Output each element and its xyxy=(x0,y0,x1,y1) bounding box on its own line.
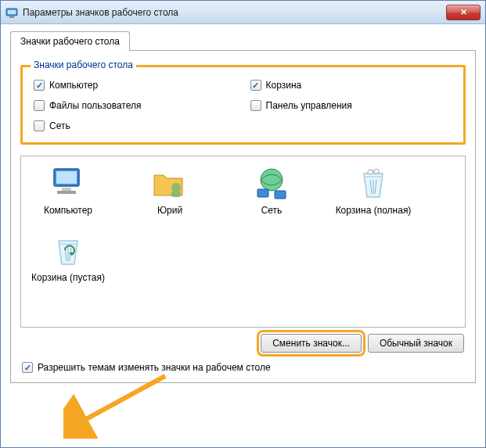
checkbox-icon xyxy=(250,100,261,111)
groupbox-legend: Значки рабочего стола xyxy=(31,59,136,70)
svg-rect-5 xyxy=(62,188,71,191)
checkbox-computer[interactable]: Компьютер xyxy=(34,80,236,91)
computer-icon xyxy=(49,164,87,202)
icon-preview-area: Компьютер Юрий Сеть xyxy=(20,156,466,328)
button-label: Обычный значок xyxy=(380,338,452,349)
icon-item-computer[interactable]: Компьютер xyxy=(29,164,107,216)
icon-item-recyclebin-full[interactable]: Корзина (полная) xyxy=(334,164,412,216)
svg-point-12 xyxy=(368,170,373,174)
svg-rect-8 xyxy=(171,191,181,197)
checkbox-label: Файлы пользователя xyxy=(49,100,141,111)
recyclebin-empty-icon xyxy=(49,231,87,269)
checkbox-icon xyxy=(22,362,33,373)
content-area: Значки рабочего стола Значки рабочего ст… xyxy=(1,24,485,389)
tab-panel: Значки рабочего стола Компьютер Корзина … xyxy=(10,51,476,383)
dialog-window: Параметры значков рабочего стола ✕ Значк… xyxy=(0,0,486,448)
titlebar: Параметры значков рабочего стола ✕ xyxy=(1,1,485,24)
close-icon: ✕ xyxy=(460,7,467,17)
button-row: Сменить значок... Обычный значок xyxy=(20,334,466,353)
checkbox-icon xyxy=(34,120,45,131)
restore-default-button[interactable]: Обычный значок xyxy=(368,334,464,353)
checkbox-label: Панель управления xyxy=(266,100,352,111)
checkbox-recyclebin[interactable]: Корзина xyxy=(250,80,453,91)
icon-item-network[interactable]: Сеть xyxy=(232,164,311,216)
checkbox-icon xyxy=(34,80,45,91)
svg-rect-10 xyxy=(257,189,268,197)
svg-rect-11 xyxy=(275,191,286,199)
checkbox-controlpanel[interactable]: Панель управления xyxy=(250,100,453,111)
tab-desktop-icons[interactable]: Значки рабочего стола xyxy=(10,31,130,51)
change-icon-button[interactable]: Сменить значок... xyxy=(261,334,362,353)
svg-rect-2 xyxy=(9,16,14,18)
button-label: Сменить значок... xyxy=(272,338,350,349)
groupbox-desktop-icons: Значки рабочего стола Компьютер Корзина … xyxy=(20,65,466,145)
checkbox-label: Корзина xyxy=(266,80,302,91)
icon-item-recyclebin-empty[interactable]: Корзина (пустая) xyxy=(29,231,107,283)
user-folder-icon xyxy=(151,164,189,202)
svg-rect-4 xyxy=(56,171,77,184)
close-button[interactable]: ✕ xyxy=(446,5,481,20)
checkbox-allow-themes[interactable]: Разрешить темам изменять значки на рабоч… xyxy=(22,362,466,373)
app-icon xyxy=(5,6,18,19)
svg-rect-6 xyxy=(57,191,76,194)
recyclebin-full-icon xyxy=(355,164,392,202)
checkbox-icon xyxy=(34,100,45,111)
checkbox-label: Сеть xyxy=(49,120,70,131)
icon-label: Сеть xyxy=(261,205,283,216)
tab-strip: Значки рабочего стола xyxy=(10,30,476,51)
checkbox-userfiles[interactable]: Файлы пользователя xyxy=(34,100,236,111)
network-icon xyxy=(253,164,290,202)
checkbox-icon xyxy=(250,80,261,91)
svg-point-13 xyxy=(374,169,379,174)
tab-label: Значки рабочего стола xyxy=(20,36,120,47)
window-title: Параметры значков рабочего стола xyxy=(23,7,446,18)
svg-point-9 xyxy=(261,169,283,191)
icon-label: Корзина (пустая) xyxy=(31,272,105,283)
icon-item-user[interactable]: Юрий xyxy=(131,164,209,216)
checkbox-label: Компьютер xyxy=(49,80,98,91)
icon-label: Корзина (полная) xyxy=(336,205,412,216)
checkbox-label: Разрешить темам изменять значки на рабоч… xyxy=(38,362,271,373)
icon-label: Компьютер xyxy=(44,205,92,216)
checkbox-network[interactable]: Сеть xyxy=(34,120,236,131)
svg-rect-1 xyxy=(8,10,16,14)
checkbox-grid: Компьютер Корзина Файлы пользователя Пан… xyxy=(34,80,452,131)
icon-label: Юрий xyxy=(157,205,182,216)
